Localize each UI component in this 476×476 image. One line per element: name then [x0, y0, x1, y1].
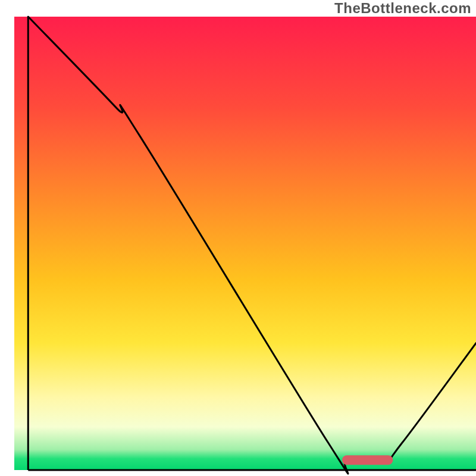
bottleneck-chart [0, 0, 476, 476]
watermark-text: TheBottleneck.com [334, 0, 471, 17]
plot-background [14, 17, 476, 470]
optimum-marker [342, 455, 393, 465]
chart-root: TheBottleneck.com [0, 0, 476, 476]
